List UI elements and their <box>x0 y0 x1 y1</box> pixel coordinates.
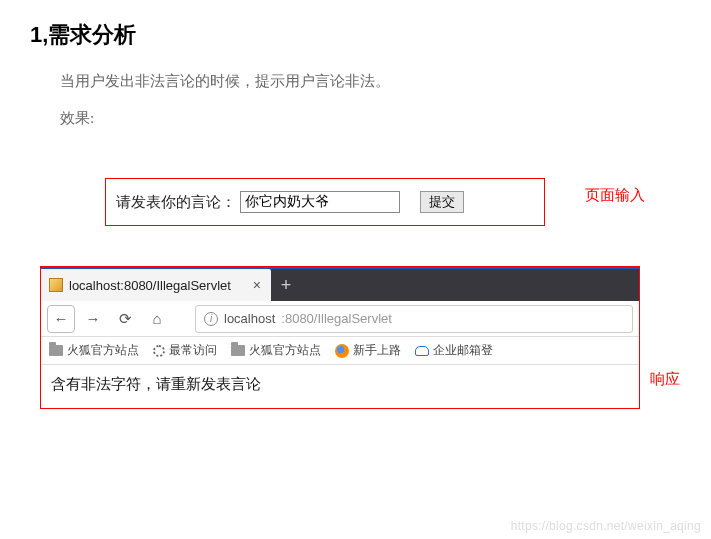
form-label: 请发表你的言论： <box>116 193 236 212</box>
callout-input: 页面输入 <box>585 186 645 205</box>
tab-title: localhost:8080/IllegalServlet <box>69 278 231 293</box>
bookmark-label: 火狐官方站点 <box>67 342 139 359</box>
toolbar: ← → ⟳ ⌂ i localhost:8080/IllegalServlet <box>41 301 639 337</box>
bookmark-item[interactable]: 新手上路 <box>335 342 401 359</box>
back-button[interactable]: ← <box>47 305 75 333</box>
browser-screenshot: localhost:8080/IllegalServlet × + ← → ⟳ … <box>40 266 640 409</box>
folder-icon <box>49 345 63 356</box>
bookmarks-bar: 火狐官方站点 最常访问 火狐官方站点 新手上路 企业邮箱登 <box>41 337 639 365</box>
bookmark-item[interactable]: 火狐官方站点 <box>49 342 139 359</box>
home-button[interactable]: ⌂ <box>143 305 171 333</box>
info-icon[interactable]: i <box>204 312 218 326</box>
gear-icon <box>153 345 165 357</box>
submit-button[interactable]: 提交 <box>420 191 464 213</box>
firefox-icon <box>335 344 349 358</box>
bookmark-label: 新手上路 <box>353 342 401 359</box>
url-rest: :8080/IllegalServlet <box>281 311 392 326</box>
folder-icon <box>231 345 245 356</box>
form-illustration: 请发表你的言论： 提交 页面输入 <box>30 178 681 226</box>
paragraph-2: 效果: <box>60 109 681 128</box>
page-body-text: 含有非法字符，请重新发表言论 <box>41 365 639 408</box>
mail-icon <box>415 346 429 356</box>
favicon-icon <box>49 278 63 292</box>
bookmark-item[interactable]: 火狐官方站点 <box>231 342 321 359</box>
bookmark-item[interactable]: 最常访问 <box>153 342 217 359</box>
close-icon[interactable]: × <box>253 277 261 293</box>
form-box: 请发表你的言论： 提交 <box>105 178 545 226</box>
bookmark-item[interactable]: 企业邮箱登 <box>415 342 493 359</box>
forward-button[interactable]: → <box>79 305 107 333</box>
tab-strip: localhost:8080/IllegalServlet × + <box>41 267 639 301</box>
callout-response: 响应 <box>650 370 680 389</box>
bookmark-label: 火狐官方站点 <box>249 342 321 359</box>
comment-input[interactable] <box>240 191 400 213</box>
watermark: https://blog.csdn.net/weixin_aqing <box>511 519 701 533</box>
url-host: localhost <box>224 311 275 326</box>
new-tab-button[interactable]: + <box>271 269 301 301</box>
reload-button[interactable]: ⟳ <box>111 305 139 333</box>
section-heading: 1,需求分析 <box>30 20 681 50</box>
browser-tab[interactable]: localhost:8080/IllegalServlet × <box>41 269 271 301</box>
address-bar[interactable]: i localhost:8080/IllegalServlet <box>195 305 633 333</box>
bookmark-label: 企业邮箱登 <box>433 342 493 359</box>
bookmark-label: 最常访问 <box>169 342 217 359</box>
paragraph-1: 当用户发出非法言论的时候，提示用户言论非法。 <box>60 72 681 91</box>
